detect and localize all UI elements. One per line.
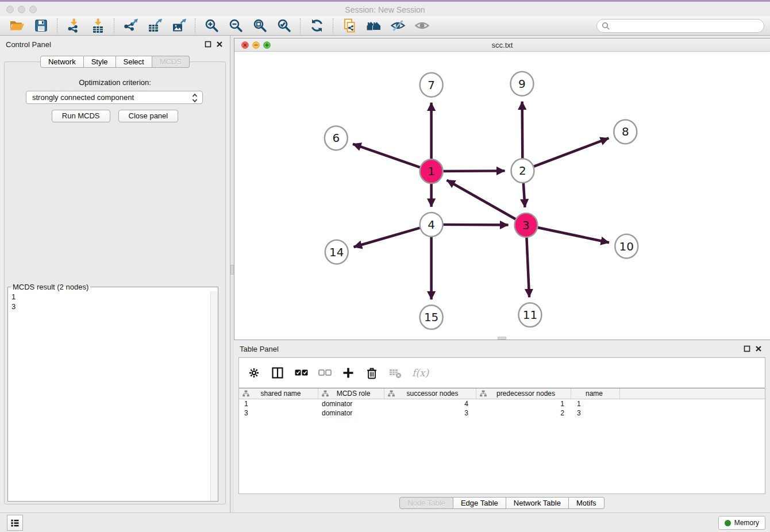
task-history-button[interactable] — [7, 515, 23, 531]
table-row-0[interactable]: 1dominator411 — [239, 399, 765, 408]
column-label: successor nodes — [395, 390, 476, 398]
close-table-panel-icon[interactable] — [755, 345, 762, 352]
edge-3-1[interactable] — [447, 180, 526, 225]
mcds-result-title: MCDS result (2 nodes) — [11, 283, 90, 291]
toolbar-separator — [195, 18, 195, 33]
export-network-button[interactable] — [118, 17, 143, 34]
add-column-button[interactable] — [341, 366, 355, 380]
run-mcds-button[interactable]: Run MCDS — [52, 110, 110, 122]
cell-1-3[interactable]: 2 — [476, 408, 571, 418]
search-input[interactable] — [610, 21, 764, 31]
zoom-out-button[interactable] — [224, 17, 248, 34]
table-header-row: shared nameMCDS rolesuccessor nodesprede… — [239, 388, 765, 399]
result-scrollbar[interactable] — [210, 291, 218, 501]
column-header-shared-name[interactable]: shared name — [239, 388, 318, 399]
tab-motifs[interactable]: Motifs — [569, 497, 605, 509]
panel-divider[interactable] — [230, 36, 234, 512]
cell-1-1[interactable]: dominator — [318, 408, 384, 418]
tab-network-table[interactable]: Network Table — [506, 497, 569, 509]
memory-label: Memory — [734, 519, 759, 527]
cell-1-2[interactable]: 3 — [384, 408, 476, 418]
delete-table-button[interactable] — [388, 366, 402, 380]
node-table-container: f(x) shared nameMCDS rolesuccessor nodes… — [238, 357, 765, 494]
zoom-fit-icon — [252, 18, 268, 33]
select-all-button[interactable] — [294, 366, 308, 380]
export-table-button[interactable] — [143, 17, 167, 34]
cell-0-0[interactable]: 1 — [239, 399, 318, 408]
search-icon — [602, 22, 610, 30]
refresh-icon — [309, 18, 325, 33]
column-header-predecessor-nodes[interactable]: predecessor nodes — [476, 388, 571, 399]
export-table-icon — [147, 18, 163, 33]
table-panel: Table Panel — [234, 341, 770, 512]
export-image-button[interactable] — [167, 17, 191, 34]
open-session-button[interactable] — [5, 17, 29, 34]
float-panel-icon[interactable] — [205, 41, 211, 48]
clone-network-button[interactable] — [337, 17, 361, 34]
network-graph[interactable]: 1234678910111415 — [234, 52, 770, 340]
column-type-icon — [242, 390, 249, 397]
show-all-button[interactable] — [410, 17, 434, 34]
open-folder-icon — [9, 18, 25, 33]
edge-2-8[interactable] — [522, 138, 609, 171]
control-panel-title: Control Panel — [6, 40, 51, 49]
column-header-mcds-role[interactable]: MCDS role — [318, 388, 384, 399]
table-panel-title: Table Panel — [240, 345, 279, 353]
tab-network[interactable]: Network — [40, 56, 84, 68]
save-session-button[interactable] — [29, 17, 53, 34]
eye-icon — [414, 18, 430, 33]
zoom-selected-button[interactable] — [272, 17, 296, 34]
cell-0-3[interactable]: 1 — [476, 399, 571, 408]
tab-edge-table[interactable]: Edge Table — [453, 497, 506, 509]
tab-node-table[interactable]: Node Table — [399, 497, 453, 509]
mcds-result-item-0[interactable]: 1 — [11, 292, 214, 302]
toggle-column-view-button[interactable] — [271, 366, 284, 380]
status-bar: Memory — [0, 512, 770, 532]
list-icon — [9, 517, 21, 529]
network-canvas[interactable]: 1234678910111415 — [234, 52, 770, 340]
column-type-icon — [480, 390, 487, 397]
cell-1-0[interactable]: 3 — [239, 408, 318, 418]
table-settings-button[interactable] — [247, 366, 261, 380]
refresh-view-button[interactable] — [305, 17, 329, 34]
network-window-titlebar[interactable]: scc.txt — [234, 38, 770, 52]
import-table-button[interactable] — [86, 17, 110, 34]
criterion-dropdown[interactable]: strongly connected component — [26, 91, 203, 104]
deselect-all-button[interactable] — [318, 366, 332, 380]
cell-0-2[interactable]: 4 — [384, 399, 476, 408]
delete-column-button[interactable] — [365, 366, 379, 380]
import-network-button[interactable] — [61, 17, 86, 34]
edge-1-6[interactable] — [353, 144, 432, 172]
hide-selected-button[interactable] — [386, 17, 410, 34]
optimization-criterion-label: Optimization criterion: — [5, 78, 225, 87]
memory-status-icon — [725, 520, 731, 526]
edge-3-10[interactable] — [526, 225, 609, 242]
tab-mcds[interactable]: MCDS — [152, 56, 190, 68]
column-label: MCDS role — [329, 390, 384, 398]
mcds-result-item-1[interactable]: 3 — [11, 302, 214, 311]
column-header-name[interactable]: name — [571, 388, 620, 399]
tab-style[interactable]: Style — [84, 56, 116, 68]
column-type-icon — [322, 390, 329, 397]
canvas-resize-grip[interactable] — [498, 337, 506, 340]
unchecked-boxes-icon — [318, 367, 332, 379]
table-row-1[interactable]: 3dominator323 — [239, 408, 765, 418]
table-body: 1dominator4113dominator323 — [239, 399, 765, 418]
column-header-successor-nodes[interactable]: successor nodes — [384, 388, 476, 399]
toolbar-separator — [114, 18, 114, 33]
close-panel-icon[interactable] — [216, 41, 223, 48]
graph-node-label-4: 4 — [428, 218, 435, 232]
zoom-in-button[interactable] — [199, 17, 224, 34]
cell-0-4[interactable]: 1 — [571, 399, 620, 408]
zoom-fit-button[interactable] — [248, 17, 272, 34]
float-table-panel-icon[interactable] — [744, 345, 750, 352]
cell-1-4[interactable]: 3 — [571, 408, 620, 418]
search-box[interactable] — [596, 19, 764, 33]
memory-button[interactable]: Memory — [718, 516, 765, 530]
apply-layout-home-button[interactable] — [361, 17, 386, 34]
function-builder-button[interactable]: f(x) — [412, 366, 429, 380]
column-label: predecessor nodes — [487, 390, 571, 398]
close-panel-button[interactable]: Close panel — [118, 110, 179, 122]
cell-0-1[interactable]: dominator — [318, 399, 384, 408]
tab-select[interactable]: Select — [116, 56, 152, 68]
